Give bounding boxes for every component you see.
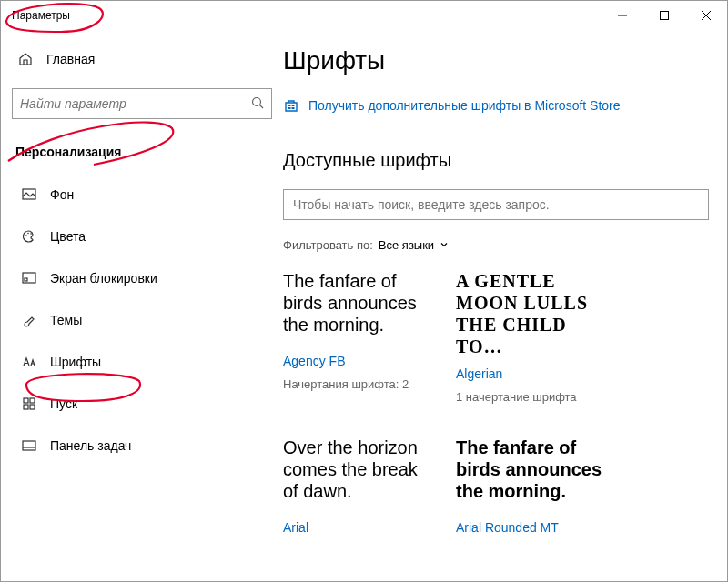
font-tile[interactable]: Over the horizon comes the break of dawn…	[283, 436, 438, 535]
sidebar-item-background[interactable]: Фон	[12, 174, 272, 216]
svg-rect-16	[23, 441, 35, 450]
picture-icon	[21, 187, 37, 202]
lockscreen-icon	[21, 271, 37, 286]
page-title: Шрифты	[283, 46, 727, 75]
sidebar-item-label: Цвета	[50, 229, 86, 244]
minimize-button[interactable]	[602, 1, 643, 30]
svg-rect-11	[25, 278, 27, 281]
font-faces-count: Начертания шрифта: 2	[283, 377, 438, 391]
svg-rect-15	[30, 405, 35, 409]
window-title: Параметры	[12, 9, 602, 22]
main-panel: Шрифты Получить дополнительные шрифты в …	[283, 30, 727, 581]
sidebar-item-label: Экран блокировки	[50, 271, 157, 286]
font-preview: A gentle moon lulls the child to…	[456, 270, 611, 357]
sidebar-search[interactable]	[12, 88, 272, 119]
svg-rect-1	[661, 12, 669, 20]
font-preview: The fanfare of birds announces the morni…	[283, 270, 438, 345]
font-tile[interactable]: A gentle moon lulls the child to…Algeria…	[456, 270, 611, 404]
sidebar-item-label: Фон	[50, 187, 74, 202]
available-fonts-title: Доступные шрифты	[283, 150, 727, 171]
fonts-icon	[21, 355, 37, 369]
sidebar-section-label: Персонализация	[12, 145, 272, 159]
brush-icon	[21, 313, 37, 327]
sidebar-item-start[interactable]: Пуск	[12, 383, 272, 425]
sidebar-home-label: Главная	[46, 52, 95, 66]
maximize-button[interactable]	[643, 1, 685, 30]
font-preview: The fanfare of birds announces the morni…	[456, 436, 611, 511]
sidebar-home[interactable]: Главная	[12, 41, 272, 77]
font-tile[interactable]: The fanfare of birds announces the morni…	[456, 436, 611, 535]
font-name: Agency FB	[283, 354, 438, 368]
filter-row[interactable]: Фильтровать по: Все языки	[283, 238, 727, 252]
font-preview: Over the horizon comes the break of dawn…	[283, 436, 438, 511]
svg-point-9	[30, 233, 32, 235]
sidebar-item-label: Шрифты	[50, 355, 101, 369]
font-search-input[interactable]	[293, 197, 699, 212]
svg-point-7	[25, 235, 27, 236]
sidebar-item-colors[interactable]: Цвета	[12, 216, 272, 257]
filter-label: Фильтровать по:	[283, 238, 373, 252]
font-grid: The fanfare of birds announces the morni…	[283, 270, 727, 535]
font-name: Arial Rounded MT	[456, 520, 611, 535]
svg-rect-20	[288, 107, 291, 109]
filter-value: Все языки	[379, 238, 434, 252]
svg-line-5	[260, 105, 264, 108]
sidebar: Главная Персонализация Фон Ц	[1, 30, 283, 581]
svg-rect-13	[30, 398, 35, 403]
font-name: Algerian	[456, 366, 611, 381]
chevron-down-icon	[440, 238, 449, 252]
sidebar-item-label: Темы	[50, 313, 82, 327]
font-tile[interactable]: The fanfare of birds announces the morni…	[283, 270, 438, 404]
svg-rect-14	[24, 405, 28, 409]
svg-rect-18	[288, 105, 291, 106]
sidebar-item-label: Пуск	[50, 396, 77, 411]
font-name: Arial	[283, 520, 438, 535]
svg-point-8	[27, 233, 29, 235]
store-link[interactable]: Получить дополнительные шрифты в Microso…	[283, 97, 727, 114]
font-faces-count: 1 начертание шрифта	[456, 390, 611, 404]
sidebar-nav: Фон Цвета Экран блокировки Темы	[12, 174, 272, 467]
store-link-text: Получить дополнительные шрифты в Microso…	[308, 98, 621, 113]
sidebar-item-lockscreen[interactable]: Экран блокировки	[12, 257, 272, 299]
sidebar-item-fonts[interactable]: Шрифты	[12, 341, 272, 383]
sidebar-search-input[interactable]	[20, 96, 251, 111]
start-icon	[21, 396, 37, 411]
svg-rect-19	[292, 105, 295, 106]
svg-rect-21	[292, 107, 295, 109]
palette-icon	[21, 229, 37, 244]
close-button[interactable]	[685, 1, 727, 30]
sidebar-item-themes[interactable]: Темы	[12, 299, 272, 341]
store-icon	[283, 97, 299, 114]
sidebar-item-label: Панель задач	[50, 438, 131, 453]
svg-point-4	[253, 97, 261, 105]
window-controls	[602, 1, 727, 30]
sidebar-item-taskbar[interactable]: Панель задач	[12, 425, 272, 467]
svg-rect-12	[24, 398, 28, 403]
window-titlebar: Параметры	[1, 1, 727, 30]
font-search[interactable]	[283, 189, 709, 220]
search-icon	[251, 96, 264, 112]
home-icon	[17, 52, 34, 66]
taskbar-icon	[21, 438, 37, 453]
